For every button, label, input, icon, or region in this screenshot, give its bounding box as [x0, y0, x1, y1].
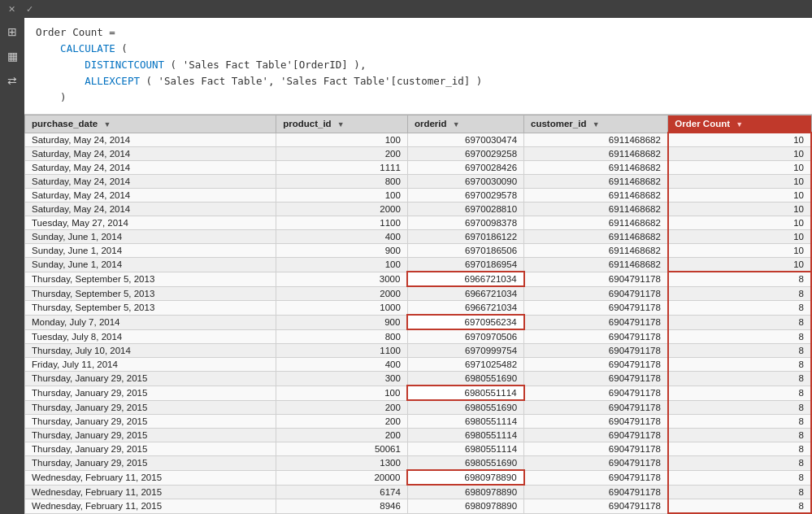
cell-order-count: 10 — [668, 230, 811, 244]
formula-line5: ) — [36, 89, 801, 106]
cell-orderid: 6980551114 — [407, 442, 523, 456]
cell-order-count: 8 — [668, 315, 811, 329]
cell-customer-id: 6911468682 — [524, 133, 668, 147]
cell-orderid: 6970186954 — [407, 258, 523, 272]
cell-customer-id: 6911468682 — [524, 189, 668, 203]
cell-product-id: 200 — [276, 415, 408, 429]
cell-purchase-date: Saturday, May 24, 2014 — [25, 175, 276, 189]
sidebar-icon-swap[interactable]: ⇄ — [3, 72, 21, 89]
cancel-button[interactable]: ✕ — [5, 2, 18, 15]
cell-product-id: 3000 — [276, 272, 408, 286]
cell-orderid: 6980551690 — [407, 400, 523, 415]
cell-orderid: 6966721034 — [407, 301, 523, 316]
cell-order-count: 10 — [668, 258, 811, 272]
data-table-container[interactable]: purchase_date ▼ product_id ▼ orderid ▼ c… — [24, 115, 812, 514]
cell-customer-id: 6911468682 — [524, 230, 668, 244]
col-header-orderid[interactable]: orderid ▼ — [407, 115, 523, 133]
cell-order-count: 10 — [668, 189, 811, 203]
cell-orderid: 6980978890 — [407, 485, 523, 499]
table-row: Saturday, May 24, 2014100697003047469114… — [25, 133, 812, 147]
cell-customer-id: 6904791178 — [524, 485, 668, 499]
cell-order-count: 8 — [668, 301, 811, 316]
cell-order-count: 8 — [668, 499, 811, 514]
table-row: Wednesday, February 11, 2015894669809788… — [25, 499, 812, 514]
cell-customer-id: 6904791178 — [524, 329, 668, 344]
cell-order-count: 10 — [668, 244, 811, 258]
confirm-button[interactable]: ✓ — [23, 2, 36, 15]
formula-line4: ALLEXCEPT ( 'Sales Fact Table', 'Sales F… — [36, 73, 801, 89]
cell-product-id: 200 — [276, 147, 408, 161]
cell-purchase-date: Thursday, January 29, 2015 — [25, 429, 276, 442]
cell-customer-id: 6904791178 — [524, 301, 668, 316]
data-table: purchase_date ▼ product_id ▼ orderid ▼ c… — [24, 115, 812, 514]
cell-customer-id: 6911468682 — [524, 244, 668, 258]
filter-icon-order-count[interactable]: ▼ — [736, 120, 743, 128]
cell-purchase-date: Sunday, June 1, 2014 — [25, 230, 276, 244]
sidebar-icon-grid[interactable]: ▦ — [3, 47, 21, 65]
cell-product-id: 200 — [276, 400, 408, 415]
formula-func-distinctcount: DISTINCTCOUNT — [85, 59, 164, 71]
cell-product-id: 300 — [276, 372, 408, 386]
table-row: Wednesday, February 11, 2015617469809788… — [25, 485, 812, 499]
cell-customer-id: 6904791178 — [524, 286, 668, 301]
cell-purchase-date: Thursday, January 29, 2015 — [25, 442, 276, 456]
cell-purchase-date: Thursday, January 29, 2015 — [25, 372, 276, 386]
cell-orderid: 6970186122 — [407, 230, 523, 244]
table-row: Saturday, May 24, 2014800697003009069114… — [25, 175, 812, 189]
filter-icon-product-id[interactable]: ▼ — [337, 120, 345, 128]
table-row: Saturday, May 24, 2014100697002957869114… — [25, 189, 812, 203]
table-row: Saturday, May 24, 2014200069700288106911… — [25, 203, 812, 216]
cell-orderid: 6980551690 — [407, 456, 523, 471]
cell-product-id: 100 — [276, 258, 408, 272]
cell-product-id: 1300 — [276, 456, 408, 471]
cell-customer-id: 6904791178 — [524, 499, 668, 514]
cell-order-count: 10 — [668, 147, 811, 161]
filter-icon-purchase-date[interactable]: ▼ — [103, 120, 111, 128]
cell-orderid: 6966721034 — [407, 272, 523, 286]
cell-purchase-date: Wednesday, February 11, 2015 — [25, 470, 276, 485]
cell-orderid: 6980551690 — [407, 372, 523, 386]
cell-purchase-date: Tuesday, July 8, 2014 — [25, 329, 276, 344]
cell-product-id: 20000 — [276, 470, 408, 485]
cell-order-count: 10 — [668, 216, 811, 230]
cell-purchase-date: Monday, July 7, 2014 — [25, 315, 276, 329]
cell-customer-id: 6911468682 — [524, 258, 668, 272]
col-header-product-id[interactable]: product_id ▼ — [276, 115, 408, 133]
filter-icon-customer-id[interactable]: ▼ — [593, 120, 600, 128]
col-header-purchase-date[interactable]: purchase_date ▼ — [25, 115, 276, 133]
cell-product-id: 800 — [276, 329, 408, 344]
cell-purchase-date: Saturday, May 24, 2014 — [25, 203, 276, 216]
cell-customer-id: 6904791178 — [524, 400, 668, 415]
cell-order-count: 8 — [668, 286, 811, 301]
cell-customer-id: 6911468682 — [524, 147, 668, 161]
sidebar: ⊞ ▦ ⇄ — [0, 18, 24, 514]
cell-purchase-date: Sunday, June 1, 2014 — [25, 244, 276, 258]
cell-order-count: 8 — [668, 358, 811, 372]
table-row: Thursday, January 29, 201550061698055111… — [25, 442, 812, 456]
sidebar-icon-table[interactable]: ⊞ — [3, 23, 21, 41]
cell-order-count: 8 — [668, 372, 811, 386]
cell-order-count: 8 — [668, 386, 811, 400]
cell-product-id: 50061 — [276, 442, 408, 456]
cell-purchase-date: Wednesday, February 11, 2015 — [25, 499, 276, 514]
cell-customer-id: 6904791178 — [524, 456, 668, 471]
cell-orderid: 6970028426 — [407, 161, 523, 175]
cell-customer-id: 6904791178 — [524, 470, 668, 485]
col-header-order-count[interactable]: Order Count ▼ — [668, 115, 811, 133]
cell-orderid: 6970970506 — [407, 329, 523, 344]
cell-product-id: 1000 — [276, 301, 408, 316]
table-row: Monday, July 7, 201490069709562346904791… — [25, 315, 812, 329]
cell-order-count: 8 — [668, 456, 811, 471]
cell-purchase-date: Thursday, January 29, 2015 — [25, 456, 276, 471]
cell-product-id: 1111 — [276, 161, 408, 175]
formula-line3: DISTINCTCOUNT ( 'Sales Fact Table'[Order… — [36, 57, 801, 73]
col-header-customer-id[interactable]: customer_id ▼ — [524, 115, 668, 133]
cell-purchase-date: Saturday, May 24, 2014 — [25, 147, 276, 161]
cell-product-id: 100 — [276, 133, 408, 147]
cell-orderid: 6980978890 — [407, 470, 523, 485]
cell-purchase-date: Saturday, May 24, 2014 — [25, 189, 276, 203]
cell-order-count: 8 — [668, 429, 811, 442]
table-row: Thursday, January 29, 201520069805516906… — [25, 400, 812, 415]
table-row: Sunday, June 1, 201440069701861226911468… — [25, 230, 812, 244]
filter-icon-orderid[interactable]: ▼ — [453, 120, 460, 128]
